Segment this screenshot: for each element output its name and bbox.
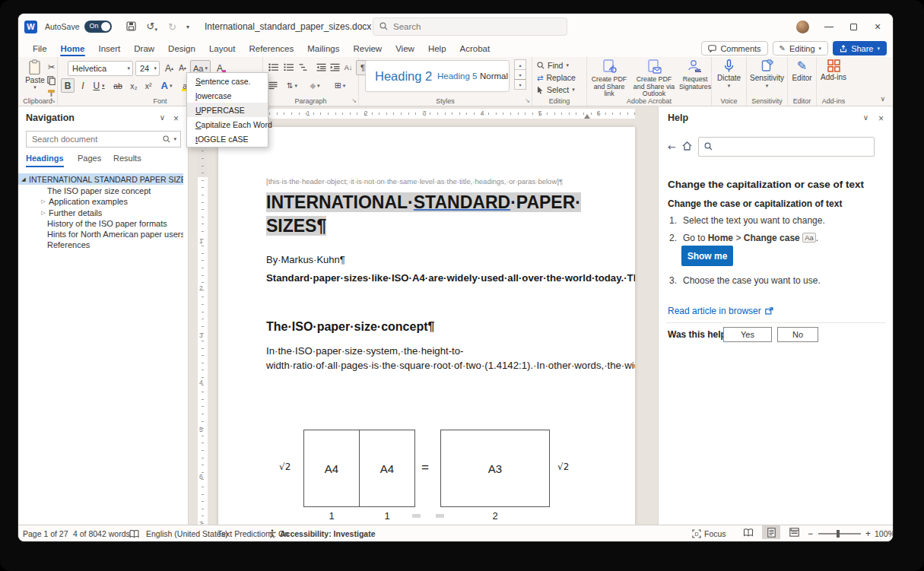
document-title[interactable]: International_standard_paper_sizes.docx [205,21,371,32]
right-indent-marker[interactable] [584,114,590,119]
tab-acrobat[interactable]: Acrobat [453,42,497,57]
quick-access-chevron-icon[interactable]: ▾ [186,24,189,30]
collapse-ribbon-chevron-icon[interactable]: ∨ [880,95,885,103]
line-spacing-button[interactable]: ⇅▾ [283,78,301,93]
decrease-indent-button[interactable] [315,60,328,75]
menu-item-sentence-case[interactable]: Sentence case. [187,74,268,88]
nav-heading-item[interactable]: Hints for North American paper users [18,228,183,240]
tab-home[interactable]: Home [54,42,92,57]
increase-indent-button[interactable] [329,60,341,75]
minimize-button[interactable]: — [818,17,840,36]
menu-item-uppercase[interactable]: UPPERCASE [187,103,268,117]
navigation-search-box[interactable]: ▾ [26,131,181,148]
editor-button[interactable]: ✎ Editor [788,59,816,82]
tab-review[interactable]: Review [346,42,389,57]
bold-button[interactable]: B [61,78,75,93]
style-heading-2[interactable]: Heading 2 [375,61,432,91]
nav-heading-root[interactable]: ◢ INTERNATIONAL STANDARD PAPER SIZES [18,173,183,185]
editing-mode-button[interactable]: ✎ Editing ▾ [773,41,829,56]
expand-triangle-icon[interactable]: ▷ [38,210,49,216]
help-pane-chevron-icon[interactable]: ∨ [863,113,868,122]
numbered-list-button[interactable] [281,60,295,75]
menu-item-toggle-case[interactable]: tOGGLE cASE [187,132,268,146]
navigation-search-input[interactable] [30,134,160,144]
back-arrow-icon[interactable]: ← [668,141,676,153]
zoom-out-button[interactable]: − [808,525,813,541]
zoom-in-button[interactable]: + [865,525,871,541]
feedback-no-button[interactable]: No [777,327,818,342]
web-layout-button[interactable] [785,525,803,539]
style-normal[interactable]: Normal [480,61,508,91]
tab-references[interactable]: References [242,42,300,57]
navigation-search-chevron-icon[interactable]: ▾ [173,136,176,142]
accessibility-status[interactable]: Accessibility: Investigate [280,525,375,541]
text-predictions-indicator[interactable]: Text Predictions: On [218,525,289,541]
menu-item-lowercase[interactable]: lowercase [187,88,268,103]
dictate-button[interactable]: Dictate ▾ [712,59,746,89]
nav-heading-item[interactable]: ▷Application examples [18,195,183,207]
nav-tab-headings[interactable]: Headings [26,154,64,167]
superscript-button[interactable]: x² [141,78,155,93]
tab-help[interactable]: Help [421,42,453,57]
strikethrough-button[interactable]: ab [110,78,125,93]
grow-font-button[interactable]: A▴ [163,61,176,75]
underline-button[interactable]: U▾ [90,78,107,93]
tab-view[interactable]: View [389,42,421,57]
style-heading-5[interactable]: Heading 5 [437,61,477,91]
comments-button[interactable]: Comments [701,41,767,56]
font-name-combo[interactable]: Helvetica▾ [68,61,133,76]
paragraph-dialog-launcher[interactable]: ↘ [351,98,357,104]
collapse-triangle-icon[interactable]: ◢ [18,176,29,182]
shading-button[interactable]: ◆▾ [306,78,324,93]
nav-tab-results[interactable]: Results [113,154,141,166]
tab-design[interactable]: Design [161,42,202,57]
styles-scroll-up[interactable]: ▴ [514,59,526,70]
zoom-percentage[interactable]: 100% [875,525,893,541]
feedback-yes-button[interactable]: Yes [723,327,772,342]
page-indicator[interactable]: Page 1 of 27 [23,525,68,541]
select-button[interactable]: Select▾ [537,85,575,94]
replace-button[interactable]: ⇄ Replace [537,73,576,82]
search-bar[interactable]: Search [373,17,567,36]
word-count[interactable]: 4 of 8042 words [73,525,130,541]
word-logo-icon[interactable]: W [24,21,37,33]
zoom-slider-thumb[interactable] [837,530,840,538]
multilevel-list-button[interactable] [297,60,310,75]
read-mode-button[interactable] [739,525,757,539]
addins-button[interactable]: Add-ins [817,59,850,81]
focus-button[interactable]: D Focus [692,525,726,541]
nav-heading-item[interactable]: ▷Further details [18,207,183,218]
sort-button[interactable]: A↓ [342,60,354,75]
document-page[interactable]: [this·is·the·header·object;·it·is·not·on… [218,127,635,525]
borders-button[interactable]: ⊞▾ [330,78,350,93]
expand-triangle-icon[interactable]: ▷ [38,198,49,205]
text-effects-button[interactable]: A▾ [158,78,175,93]
paste-button[interactable]: Paste ▾ [22,59,48,90]
read-article-link[interactable]: Read article in browser [668,306,773,316]
tab-draw[interactable]: Draw [127,42,161,57]
share-button[interactable]: Share ▾ [833,41,887,56]
navigation-search-icon[interactable] [163,132,170,146]
maximize-button[interactable] [843,17,864,36]
styles-dialog-launcher[interactable]: ↘ [525,98,530,104]
subscript-button[interactable]: x₂ [127,78,141,93]
vertical-ruler[interactable]: 1 2 3 4 5 6 7 [198,122,208,525]
request-signatures-button[interactable]: Request Signatures [679,59,711,90]
font-size-combo[interactable]: 24▾ [135,61,160,76]
styles-scroll-down[interactable]: ▾ [514,69,526,80]
tab-insert[interactable]: Insert [91,42,127,57]
help-pane-close-icon[interactable]: × [878,113,884,124]
tab-mailings[interactable]: Mailings [300,42,346,57]
italic-button[interactable]: I [78,78,88,93]
navigation-pane-close-icon[interactable]: × [173,113,179,124]
nav-tab-pages[interactable]: Pages [78,154,101,166]
nav-heading-item[interactable]: References [18,239,183,250]
horizontal-ruler[interactable]: 1 2 3 4 5 6 [218,109,635,119]
proofing-book-icon[interactable] [129,525,139,541]
create-pdf-outlook-button[interactable]: Create PDF and Share via Outlook [630,59,678,98]
navigation-pane-chevron-icon[interactable]: ∨ [160,113,165,122]
redo-button[interactable]: ↻ [168,22,176,32]
create-pdf-share-link-button[interactable]: Create PDF and Share link [589,59,629,98]
zoom-slider-track[interactable] [818,533,861,535]
nav-heading-item[interactable]: The ISO paper size concept [18,185,183,196]
